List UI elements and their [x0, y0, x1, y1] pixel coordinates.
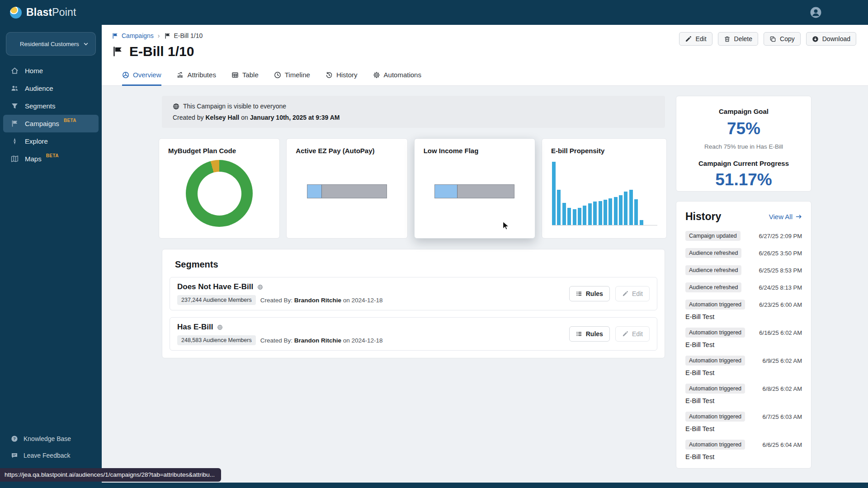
bar-segment-false — [321, 185, 387, 198]
tab-label: Automations — [384, 71, 421, 79]
chart-title: Active EZ Pay (AutoPay) — [296, 147, 398, 155]
mouse-cursor — [501, 221, 511, 230]
tab-label: History — [336, 71, 358, 79]
sidebar-item-audience[interactable]: Audience — [3, 80, 99, 97]
history-event-badge: Automation triggered — [685, 412, 745, 422]
tab-automations[interactable]: Automations — [373, 71, 421, 86]
segment-name: Has E-Bill — [177, 323, 213, 332]
sidebar-item-explore[interactable]: Explore — [3, 132, 99, 150]
globe-icon — [217, 324, 223, 330]
chart-card-mybudget-plan-code[interactable]: MyBudget Plan Code — [159, 138, 280, 239]
flag-icon — [112, 46, 123, 57]
delete-button[interactable]: Delete — [718, 32, 758, 46]
x-axis-line — [552, 225, 657, 225]
histogram-chart — [552, 162, 657, 225]
history-timestamp: 6/26/25 3:50 PM — [759, 250, 802, 257]
arrow-right-icon — [795, 213, 802, 220]
rules-label: Rules — [586, 330, 603, 338]
history-event-badge: Campaign updated — [685, 231, 741, 241]
top-bar: BlastPoint — [0, 0, 868, 25]
segment-name: Does Not Have E-Bill — [177, 282, 253, 291]
histogram-bar — [578, 208, 581, 225]
sidebar-item-label: Explore — [25, 137, 48, 145]
brand-name: BlastPoint — [26, 6, 76, 19]
tab-label: Table — [242, 71, 259, 79]
bar-segment-false — [457, 185, 514, 198]
stacked-bar-chart — [434, 184, 514, 198]
funnel-icon — [11, 102, 19, 110]
rules-button[interactable]: Rules — [569, 326, 610, 342]
goal-title: Campaign Goal — [684, 108, 803, 115]
workspace-label: Residential Customers — [20, 41, 79, 47]
sidebar-item-home[interactable]: Home — [3, 62, 99, 80]
rules-button[interactable]: Rules — [569, 286, 610, 301]
tab-table[interactable]: Table — [231, 71, 259, 86]
tab-history[interactable]: History — [326, 71, 358, 86]
stacked-bar-chart — [307, 184, 387, 198]
chevron-down-icon — [83, 41, 89, 47]
chart-card-ebill-propensity[interactable]: E-bill Propensity — [542, 138, 667, 239]
trash-icon — [724, 36, 731, 42]
clock-icon — [274, 71, 281, 79]
content: This Campaign is visible to everyone Cre… — [102, 86, 868, 469]
globe-icon — [257, 284, 263, 290]
page-header: Campaigns›E-Bill 1/10 E-Bill 1/10 Overvi… — [102, 25, 868, 86]
brand-logo[interactable]: BlastPoint — [10, 6, 76, 19]
history-title: History — [685, 211, 721, 223]
view-all-link[interactable]: View All — [769, 213, 802, 221]
workspace-selector[interactable]: Residential Customers — [6, 32, 96, 56]
history-timestamp: 6/6/25 6:04 AM — [763, 441, 802, 448]
bar-segment-true — [435, 185, 457, 198]
history-entry: Audience refreshed6/26/25 3:50 PM — [685, 248, 802, 258]
history-timestamp: 6/27/25 2:09 PM — [759, 233, 802, 239]
edit-label: Edit — [632, 290, 643, 297]
history-timestamp: 6/24/25 8:13 PM — [759, 284, 802, 291]
histogram-bar — [629, 190, 633, 225]
campaign-goal-card: Campaign Goal 75% Reach 75% true in Has … — [676, 96, 811, 192]
flag-icon — [112, 33, 118, 39]
histogram-bar — [604, 200, 607, 225]
page-title-text: E-Bill 1/10 — [129, 44, 194, 59]
sidebar-item-campaigns[interactable]: CampaignsBETA — [3, 115, 99, 132]
list-icon — [576, 291, 582, 297]
sidebar-item-label: Maps — [25, 155, 42, 163]
copy-button[interactable]: Copy — [764, 32, 801, 46]
header-actions: EditDeleteCopyDownload — [679, 32, 856, 46]
page-title: E-Bill 1/10 — [112, 44, 856, 59]
sidebar-item-segments[interactable]: Segments — [3, 97, 99, 115]
table-icon — [231, 71, 239, 79]
history-event-badge: Automation triggered — [685, 440, 745, 450]
tab-overview[interactable]: Overview — [122, 71, 161, 86]
history-entry: Automation triggered6/23/25 6:00 AME-Bil… — [685, 300, 802, 320]
histogram-bar — [593, 202, 597, 225]
chart-card-low-income-flag[interactable]: Low Income Flag — [414, 138, 535, 239]
button-label: Delete — [734, 35, 752, 42]
histogram-bar — [573, 209, 576, 225]
user-avatar-icon[interactable] — [810, 6, 822, 19]
edit-button[interactable]: Edit — [679, 32, 712, 46]
tab-attributes[interactable]: Attributes — [177, 71, 216, 86]
donut-chart — [186, 160, 253, 227]
tab-timeline[interactable]: Timeline — [274, 71, 310, 86]
history-entry: Automation triggered6/6/25 6:04 AME-Bill… — [685, 440, 802, 460]
visibility-text: This Campaign is visible to everyone — [183, 103, 286, 110]
chart-card-active-ez-pay[interactable]: Active EZ Pay (AutoPay) — [286, 138, 407, 239]
histogram-bar — [567, 208, 571, 225]
sidebar-item-label: Audience — [25, 84, 53, 92]
button-label: Edit — [695, 35, 706, 42]
segments-title: Segments — [175, 259, 657, 270]
segment-row-has-e-bill: Has E-Bill248,583 Audience MembersCreate… — [170, 317, 657, 351]
history-entry: Automation triggered6/9/25 6:02 AME-Bill… — [685, 356, 802, 376]
sidebar-footer-knowledge-base[interactable]: ?Knowledge Base — [0, 430, 102, 447]
history-event-badge: Audience refreshed — [685, 282, 741, 292]
sidebar-footer-leave-feedback[interactable]: Leave Feedback — [0, 447, 102, 464]
gear-icon — [373, 71, 380, 79]
histogram-bar — [609, 198, 612, 225]
edit-segment-button[interactable]: Edit — [615, 286, 650, 301]
download-button[interactable]: Download — [806, 32, 856, 46]
history-detail: E-Bill Test — [685, 425, 802, 432]
goal-value: 75% — [684, 119, 803, 138]
sidebar-item-maps[interactable]: MapsBETA — [3, 150, 99, 168]
breadcrumb-item-campaigns[interactable]: Campaigns — [112, 32, 154, 39]
edit-segment-button[interactable]: Edit — [615, 326, 650, 342]
